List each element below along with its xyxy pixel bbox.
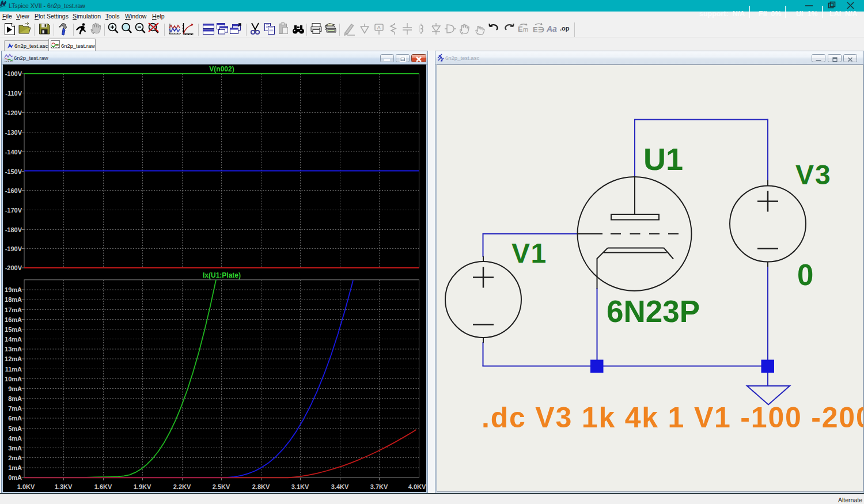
svg-text:U1: U1 — [643, 142, 683, 176]
svg-text:-200V: -200V — [5, 264, 22, 271]
svg-text:3.7KV: 3.7KV — [370, 483, 388, 490]
svg-text:E: E — [518, 25, 523, 33]
svg-text:-130V: -130V — [5, 129, 22, 136]
svg-text:6N23P: 6N23P — [607, 294, 700, 328]
svg-text:m: m — [523, 26, 528, 33]
svg-text:2.5KV: 2.5KV — [213, 483, 230, 490]
svg-text:9mA: 9mA — [8, 385, 22, 392]
svg-text:-120V: -120V — [5, 109, 22, 116]
svg-text:3mA: 3mA — [8, 445, 22, 452]
svg-text:4mA: 4mA — [8, 435, 22, 442]
svg-text:1.9KV: 1.9KV — [134, 483, 151, 490]
svg-text:5mA: 5mA — [8, 425, 22, 432]
svg-text:10mA: 10mA — [5, 376, 22, 382]
svg-text:13mA: 13mA — [5, 346, 22, 353]
svg-text:1.3KV: 1.3KV — [55, 483, 73, 490]
svg-text:0: 0 — [797, 259, 813, 291]
svg-text:2.8KV: 2.8KV — [252, 483, 270, 490]
svg-text:Ix(U1:Plate): Ix(U1:Plate) — [203, 271, 241, 279]
svg-text:15mA: 15mA — [5, 326, 22, 333]
svg-text:8mA: 8mA — [8, 395, 22, 402]
svg-text:-150V: -150V — [5, 168, 22, 175]
svg-text:16mA: 16mA — [5, 316, 22, 323]
svg-text:19mA: 19mA — [5, 286, 22, 293]
svg-text:3.4KV: 3.4KV — [331, 483, 349, 490]
svg-text:.op: .op — [560, 25, 570, 32]
svg-text:A: A — [377, 25, 381, 31]
svg-text:1mA: 1mA — [8, 464, 22, 471]
svg-text:∋: ∋ — [538, 25, 544, 34]
svg-text:0mA: 0mA — [8, 474, 22, 481]
svg-text:V(n002): V(n002) — [209, 65, 234, 73]
svg-text:V3: V3 — [795, 160, 832, 190]
svg-text:-190V: -190V — [5, 245, 22, 252]
svg-text:E: E — [533, 25, 538, 34]
svg-text:V1: V1 — [511, 238, 547, 268]
svg-text:4.0KV: 4.0KV — [408, 483, 426, 490]
svg-text:-100V: -100V — [5, 70, 22, 77]
svg-text:2.2KV: 2.2KV — [173, 483, 191, 490]
svg-text:-110V: -110V — [5, 90, 22, 97]
svg-text:12mA: 12mA — [5, 355, 22, 362]
svg-text:-160V: -160V — [5, 187, 22, 194]
svg-text:-170V: -170V — [5, 207, 22, 214]
svg-text:7mA: 7mA — [8, 405, 22, 412]
svg-text:.dc V3 1k 4k 1 V1 -100 -200: .dc V3 1k 4k 1 V1 -100 -200 — [482, 401, 863, 434]
svg-text:1.0KV: 1.0KV — [17, 483, 35, 490]
svg-text:3.1KV: 3.1KV — [291, 483, 309, 490]
svg-text:6mA: 6mA — [8, 415, 22, 422]
svg-text:18mA: 18mA — [5, 296, 22, 303]
svg-text:Aa: Aa — [546, 24, 557, 33]
svg-text:2mA: 2mA — [8, 454, 22, 461]
svg-text:17mA: 17mA — [5, 306, 22, 313]
svg-text:11mA: 11mA — [5, 366, 22, 373]
svg-text:1.6KV: 1.6KV — [94, 483, 112, 490]
svg-text:-180V: -180V — [5, 226, 22, 233]
svg-text:-140V: -140V — [5, 149, 22, 156]
svg-text:14mA: 14mA — [5, 336, 22, 343]
